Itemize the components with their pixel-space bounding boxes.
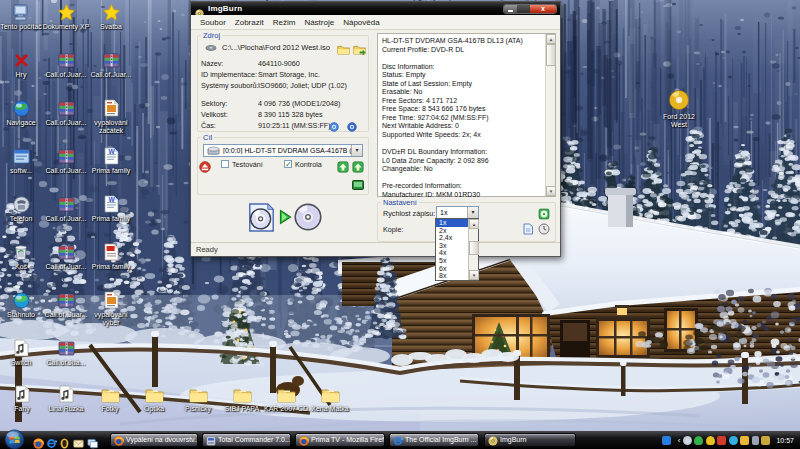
svg-text:W: W — [108, 148, 115, 155]
svg-text:W: W — [108, 196, 115, 203]
